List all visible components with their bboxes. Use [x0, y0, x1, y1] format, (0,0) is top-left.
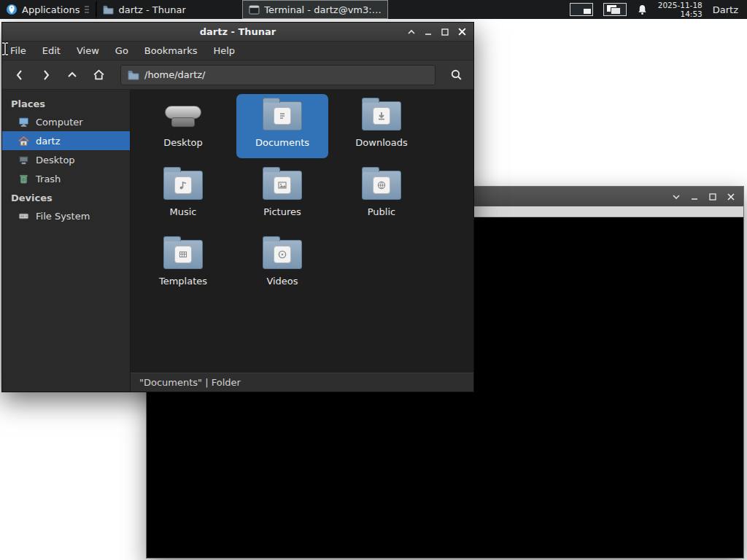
trash-icon — [18, 174, 29, 184]
top-panel: Applications dartz - Thunar Terminal - d… — [0, 0, 747, 19]
pictures-folder-icon — [263, 171, 302, 200]
sidebar-item-label: dartz — [36, 136, 60, 147]
sidebar-item-label: File System — [36, 211, 90, 222]
up-button[interactable] — [61, 64, 84, 86]
taskbar-item-label: Terminal - dartz@vm3: ~ — [264, 4, 382, 15]
file-item-videos[interactable]: Videos — [236, 233, 328, 297]
picture-emblem-icon — [277, 180, 287, 190]
template-emblem-icon — [178, 249, 188, 260]
desktop-place-icon — [18, 155, 29, 166]
shade-icon[interactable] — [670, 190, 683, 203]
drive-icon — [18, 211, 29, 222]
user-menu[interactable]: Dartz — [713, 4, 740, 15]
clock-time: 14:53 — [658, 10, 703, 19]
file-item-label: Public — [368, 207, 395, 217]
menu-bar: File Edit View Go Bookmarks Help — [2, 42, 473, 61]
sidebar-item-label: Computer — [36, 117, 83, 128]
sidebar-item-file-system[interactable]: File System — [2, 206, 130, 225]
close-icon[interactable] — [724, 190, 738, 203]
maximize-icon[interactable] — [706, 190, 719, 203]
file-item-templates[interactable]: Templates — [137, 233, 229, 297]
menu-bookmarks[interactable]: Bookmarks — [136, 42, 206, 61]
videos-folder-icon — [263, 240, 302, 269]
path-bar[interactable]: /home/dartz/ — [120, 65, 436, 85]
sidebar-item-label: Trash — [36, 174, 61, 184]
computer-icon — [18, 117, 29, 128]
documents-folder-icon — [263, 101, 302, 131]
applications-label: Applications — [22, 4, 80, 15]
file-item-label: Templates — [159, 276, 207, 287]
home-button[interactable] — [87, 64, 110, 86]
file-item-downloads[interactable]: Downloads — [336, 94, 427, 158]
back-button[interactable] — [8, 64, 31, 86]
user-label: Dartz — [713, 4, 738, 15]
menu-go[interactable]: Go — [107, 42, 136, 61]
menu-edit[interactable]: Edit — [34, 42, 69, 61]
document-emblem-icon — [277, 111, 287, 121]
current-path: /home/dartz/ — [144, 69, 205, 80]
shade-icon[interactable] — [405, 26, 418, 39]
home-icon — [18, 136, 29, 147]
sidebar-item-desktop[interactable]: Desktop — [2, 150, 130, 169]
status-bar: "Documents" | Folder — [131, 373, 473, 392]
share-emblem-icon — [376, 180, 387, 190]
notification-bell-icon[interactable] — [637, 4, 648, 15]
menu-view[interactable]: View — [69, 42, 107, 61]
sidebar-item-computer[interactable]: Computer — [2, 112, 130, 131]
terminal-icon — [249, 5, 260, 15]
taskbar-item-terminal[interactable]: Terminal - dartz@vm3: ~ — [242, 0, 388, 19]
file-item-pictures[interactable]: Pictures — [236, 163, 328, 228]
menu-lines-icon — [84, 5, 90, 14]
menu-file[interactable]: File — [2, 42, 34, 61]
files-view[interactable]: Desktop Documents — [131, 90, 473, 373]
file-item-label: Videos — [266, 276, 298, 287]
forward-button[interactable] — [34, 64, 58, 86]
taskbar-item-thunar[interactable]: dartz - Thunar — [96, 0, 242, 19]
music-emblem-icon — [178, 180, 188, 190]
thunar-titlebar[interactable]: dartz - Thunar — [2, 23, 473, 42]
file-item-label: Music — [170, 207, 197, 217]
desktop: dartz - Thunar File Edit View Go — [0, 0, 747, 560]
sidebar: Places Computer dartz Desktop Trash — [2, 90, 131, 392]
file-item-public[interactable]: Public — [336, 163, 427, 228]
file-item-label: Pictures — [263, 207, 301, 217]
sidebar-item-trash[interactable]: Trash — [2, 169, 130, 188]
places-header: Places — [2, 94, 130, 112]
window-title: dartz - Thunar — [2, 26, 473, 37]
minimize-icon[interactable] — [422, 26, 435, 39]
file-item-label: Downloads — [355, 138, 407, 148]
sidebar-item-dartz[interactable]: dartz — [2, 131, 130, 150]
file-item-desktop[interactable]: Desktop — [137, 94, 229, 158]
folder-icon — [103, 5, 114, 15]
sidebar-item-label: Desktop — [36, 155, 75, 166]
file-item-documents[interactable]: Documents — [236, 94, 328, 158]
file-item-label: Desktop — [163, 138, 203, 148]
folder-icon — [128, 70, 139, 80]
file-item-music[interactable]: Music — [137, 163, 229, 228]
status-text: "Documents" | Folder — [139, 377, 241, 388]
close-icon[interactable] — [455, 26, 468, 39]
menu-help[interactable]: Help — [205, 42, 243, 61]
public-folder-icon — [362, 171, 401, 200]
download-emblem-icon — [376, 111, 387, 121]
applications-icon — [6, 4, 18, 15]
desktop-icon — [163, 99, 204, 133]
video-emblem-icon — [277, 249, 287, 260]
workspace-2-pager[interactable] — [603, 3, 627, 16]
downloads-folder-icon — [362, 101, 401, 131]
maximize-icon[interactable] — [438, 26, 452, 39]
file-item-label: Documents — [255, 138, 309, 148]
templates-folder-icon — [163, 240, 203, 269]
music-folder-icon — [163, 171, 203, 200]
taskbar-item-label: dartz - Thunar — [118, 4, 185, 15]
workspace-1-pager[interactable] — [570, 3, 593, 16]
devices-header: Devices — [2, 188, 130, 206]
search-button[interactable] — [444, 64, 468, 86]
toolbar: /home/dartz/ — [2, 61, 473, 90]
minimize-icon[interactable] — [688, 190, 701, 203]
clock[interactable]: 2025-11-18 14:53 — [658, 0, 703, 18]
applications-menu[interactable]: Applications — [0, 0, 96, 19]
thunar-window: dartz - Thunar File Edit View Go — [1, 22, 474, 392]
